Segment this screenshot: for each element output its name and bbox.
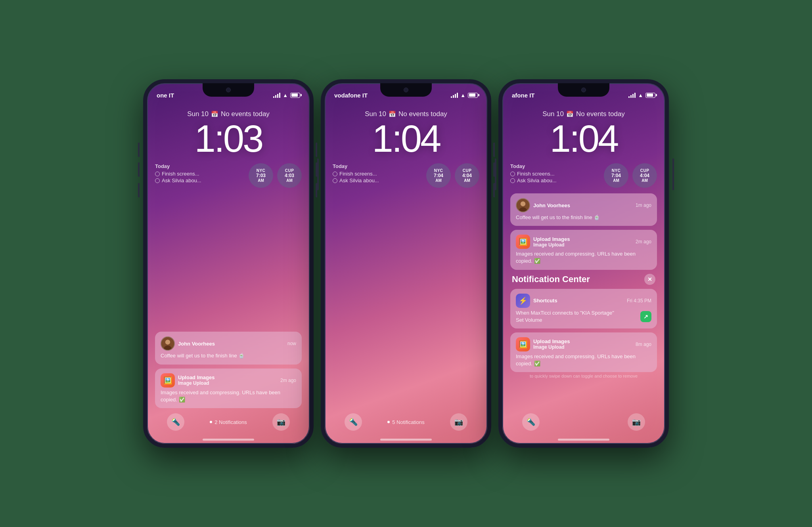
reminder-circle-1a: [155, 172, 160, 176]
notif-app-info-3a: John Voorhees: [516, 198, 570, 212]
flashlight-button-1[interactable]: 🔦: [167, 413, 184, 431]
no-events-3: No events today: [576, 110, 625, 118]
time-display-2: 1:04: [333, 120, 479, 158]
notification-upload-1[interactable]: 🖼️ Upload Images Image Upload 2m ago Ima…: [155, 369, 302, 408]
notch-dot-3: [581, 88, 586, 92]
notif-time-3a: 1m ago: [636, 202, 651, 208]
battery-icon-1: [290, 93, 300, 98]
cup-label-1: CUP: [285, 168, 294, 173]
cup-clock-1: CUP 4:03 AM: [277, 163, 302, 188]
time-display-1: 1:03: [155, 120, 302, 158]
close-notif-center-button[interactable]: ✕: [644, 274, 655, 285]
notif-title-group-3c: Shortcuts: [533, 298, 557, 304]
notif-header-1b: 🖼️ Upload Images Image Upload 2m ago: [161, 373, 296, 388]
notif-title-group-3b: Upload Images Image Upload: [533, 236, 570, 248]
svg-point-1: [165, 340, 170, 345]
widgets-area-2: Today Finish screens... Ask Silvia abou.…: [333, 163, 479, 188]
notif-subtitle-3d: Image Upload: [533, 344, 570, 350]
volume-down-button-3[interactable]: [493, 183, 495, 197]
cup-label-2: CUP: [463, 168, 472, 173]
nyc-label-3: NYC: [612, 168, 621, 173]
cup-clock-3: CUP 4:04 AM: [632, 163, 657, 188]
notif-app-info-3b: 🖼️ Upload Images Image Upload: [516, 235, 570, 249]
notif-time-3c: Fri 4:35 PM: [627, 298, 651, 304]
notif-app-info-3d: 🖼️ Upload Images Image Upload: [516, 337, 570, 351]
notification-john-3[interactable]: John Voorhees 1m ago Coffee will get us …: [510, 193, 657, 226]
reminder-item-3b: Ask Silvia abou...: [510, 178, 600, 183]
bottom-bar-2: 🔦 5 Notifications 📷: [325, 404, 487, 444]
upload-icon-3b: 🖼️: [516, 337, 530, 351]
home-indicator-2[interactable]: [380, 439, 432, 441]
notif-body-3a: Coffee will get us to the finish line 🍵: [516, 214, 651, 221]
notif-count-text-1: 2 Notifications: [214, 419, 247, 425]
volume-down-button-2[interactable]: [316, 183, 317, 197]
notif-center-header-3: Notification Center ✕: [510, 274, 657, 285]
notif-appname-1b: Upload Images: [178, 374, 214, 380]
reminders-widget-2: Today Finish screens... Ask Silvia abou.…: [333, 163, 422, 184]
top-notifs-3: John Voorhees 1m ago Coffee will get us …: [510, 193, 657, 270]
reminder-circle-3a: [510, 172, 515, 176]
carrier-3: afone IT: [512, 92, 535, 99]
date-line-1: Sun 10 📅 No events today: [155, 110, 302, 118]
volume-down-button[interactable]: [138, 183, 140, 197]
reminders-widget-3: Today Finish screens... Ask Silvia abou.…: [510, 163, 600, 184]
no-events-2: No events today: [398, 110, 447, 118]
nyc-ampm-3: AM: [613, 178, 619, 183]
phone-2: vodafone IT ▲ Sun 10: [321, 79, 491, 448]
volume-up-button-3[interactable]: [493, 162, 495, 177]
scroll-hint-3: to quickly swipe down can toggle and cho…: [510, 372, 657, 380]
notif-time-3b: 2m ago: [636, 239, 651, 244]
upload-icon-1: 🖼️: [161, 373, 175, 388]
flashlight-button-3[interactable]: 🔦: [522, 413, 540, 431]
notif-title-group-1b: Upload Images Image Upload: [178, 374, 214, 386]
widgets-area-3: Today Finish screens... Ask Silvia abou.…: [510, 163, 657, 188]
notif-body-1b: Images received and compressing. URLs ha…: [161, 389, 296, 403]
cup-time-3: 4:04: [640, 173, 649, 178]
cup-clock-2: CUP 4:04 AM: [455, 163, 479, 188]
battery-icon-3: [645, 93, 655, 98]
camera-button-1[interactable]: 📷: [272, 413, 290, 431]
screen-1: one IT ▲ Sun 10: [147, 83, 310, 444]
reminder-text-1a: Finish screens...: [162, 171, 199, 177]
flashlight-button-2[interactable]: 🔦: [345, 413, 362, 431]
reminder-text-1b: Ask Silvia abou...: [162, 178, 201, 183]
notif-time-3d: 8m ago: [636, 342, 651, 347]
notification-upload-3b[interactable]: 🖼️ Upload Images Image Upload 8m ago Ima…: [510, 332, 657, 372]
reminder-item-3a: Finish screens...: [510, 171, 600, 177]
notif-header-3c: ⚡ Shortcuts Fri 4:35 PM: [516, 294, 651, 308]
notif-header-1a: John Voorhees now: [161, 336, 296, 351]
notif-title-group-3d: Upload Images Image Upload: [533, 338, 570, 350]
notification-center-3: Notification Center ✕ ⚡ Shortcuts: [510, 274, 657, 380]
notif-header-3a: John Voorhees 1m ago: [516, 198, 651, 212]
notif-sender-1a: John Voorhees: [178, 341, 215, 347]
reminder-text-3a: Finish screens...: [517, 171, 555, 177]
camera-button-2[interactable]: 📷: [450, 413, 467, 431]
shortcuts-arrow-3[interactable]: ↗: [640, 311, 651, 322]
notif-app-info-3c: ⚡ Shortcuts: [516, 294, 557, 308]
carrier-1: one IT: [157, 92, 174, 99]
time-display-3: 1:04: [510, 120, 657, 158]
signal-bar-4: [279, 93, 280, 98]
calendar-icon-1: 📅: [211, 111, 218, 118]
volume-up-button-2[interactable]: [316, 162, 317, 177]
phone-3: afone IT ▲ Sun 10 �: [498, 79, 669, 448]
notif-app-info-1a: John Voorhees: [161, 336, 215, 351]
notification-upload-3a[interactable]: 🖼️ Upload Images Image Upload 2m ago Ima…: [510, 230, 657, 269]
wifi-icon-3: ▲: [638, 92, 643, 98]
shortcuts-icon-3: ⚡: [516, 294, 530, 308]
notif-appname-3d: Upload Images: [533, 338, 570, 344]
volume-up-button[interactable]: [138, 162, 140, 177]
notification-shortcuts-3[interactable]: ⚡ Shortcuts Fri 4:35 PM When MaxTicci co…: [510, 289, 657, 328]
reminder-item-1a: Finish screens...: [155, 171, 245, 177]
widget-title-2: Today: [333, 163, 422, 169]
widget-title-1: Today: [155, 163, 245, 169]
home-indicator-3[interactable]: [558, 439, 609, 441]
john-avatar-1: [161, 336, 175, 351]
sb4-2: [457, 93, 458, 98]
notif-body2-3c: Set Volume: [516, 317, 614, 324]
camera-button-3[interactable]: 📷: [628, 413, 645, 431]
notification-john-1[interactable]: John Voorhees now Coffee will get us to …: [155, 332, 302, 364]
notif-subtitle-3b: Image Upload: [533, 242, 570, 248]
notch-1: [203, 83, 254, 97]
home-indicator-1[interactable]: [203, 439, 254, 441]
